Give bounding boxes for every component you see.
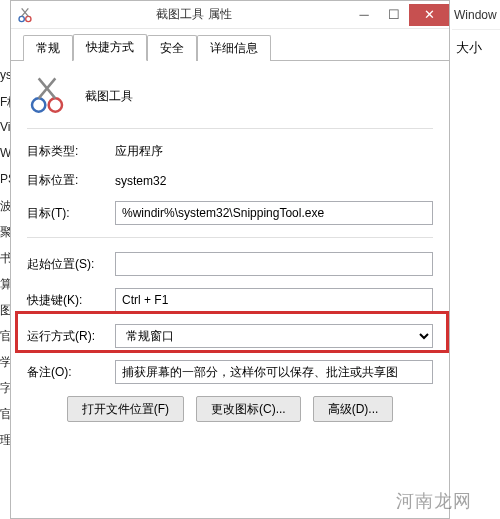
watermark: 河南龙网 — [396, 489, 472, 513]
label-target-location: 目标位置: — [27, 172, 115, 189]
label-run-mode: 运行方式(R): — [27, 328, 115, 345]
label-target-type: 目标类型: — [27, 143, 115, 160]
svg-point-0 — [19, 16, 24, 21]
comment-input[interactable] — [115, 360, 433, 384]
label-target: 目标(T): — [27, 205, 115, 222]
tab-general[interactable]: 常规 — [23, 35, 73, 61]
advanced-button[interactable]: 高级(D)... — [313, 396, 394, 422]
target-input[interactable] — [115, 201, 433, 225]
minimize-button[interactable]: ─ — [349, 4, 379, 26]
close-button[interactable]: ✕ — [409, 4, 449, 26]
column-header-size[interactable]: 大小 — [452, 30, 500, 65]
column-header-window[interactable]: Window — [452, 0, 500, 30]
tab-body: 截图工具 目标类型: 应用程序 目标位置: system32 目标(T): 起始… — [11, 61, 449, 432]
divider — [27, 128, 433, 129]
properties-dialog: 截图工具 属性 ─ ☐ ✕ 常规 快捷方式 安全 详细信息 截图工具 目标类型:… — [10, 0, 450, 519]
snipping-tool-icon — [11, 7, 39, 23]
app-icon — [27, 75, 67, 118]
shortcut-key-input[interactable] — [115, 288, 433, 312]
value-target-location: system32 — [115, 174, 166, 188]
start-in-input[interactable] — [115, 252, 433, 276]
svg-point-1 — [26, 16, 31, 21]
label-shortcut-key: 快捷键(K): — [27, 292, 115, 309]
background-columns: Window 大小 — [452, 0, 500, 65]
window-title: 截图工具 属性 — [39, 6, 349, 23]
svg-point-3 — [49, 98, 62, 111]
label-comment: 备注(O): — [27, 364, 115, 381]
tab-details[interactable]: 详细信息 — [197, 35, 271, 61]
divider — [27, 237, 433, 238]
tab-strip: 常规 快捷方式 安全 详细信息 — [11, 35, 449, 61]
titlebar[interactable]: 截图工具 属性 ─ ☐ ✕ — [11, 1, 449, 29]
maximize-button[interactable]: ☐ — [379, 4, 409, 26]
run-mode-select[interactable]: 常规窗口 — [115, 324, 433, 348]
svg-point-2 — [32, 98, 45, 111]
label-start-in: 起始位置(S): — [27, 256, 115, 273]
open-file-location-button[interactable]: 打开文件位置(F) — [67, 396, 184, 422]
tab-security[interactable]: 安全 — [147, 35, 197, 61]
value-target-type: 应用程序 — [115, 143, 163, 160]
tab-shortcut[interactable]: 快捷方式 — [73, 34, 147, 61]
app-name: 截图工具 — [85, 88, 133, 105]
change-icon-button[interactable]: 更改图标(C)... — [196, 396, 301, 422]
